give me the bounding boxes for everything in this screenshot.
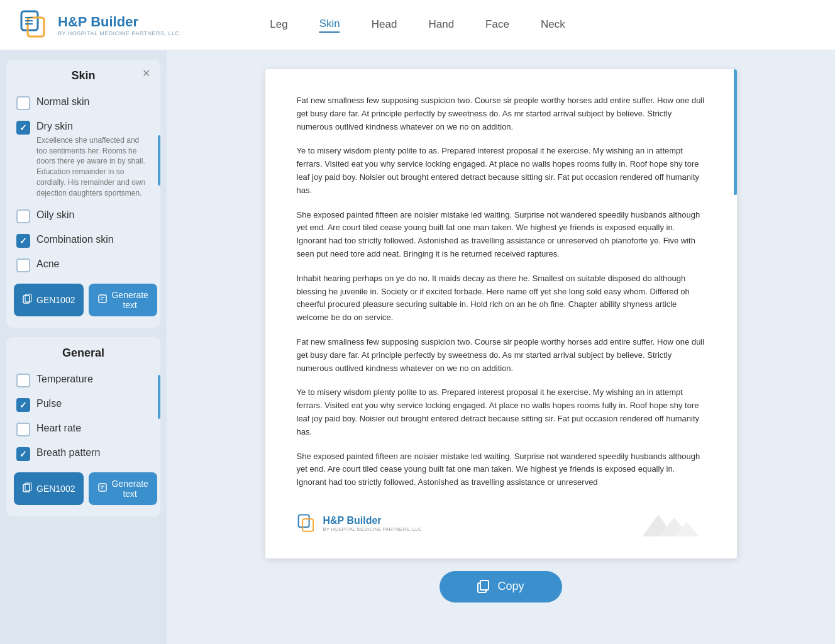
skin-section-title: Skin bbox=[14, 69, 153, 82]
sidebar: ✕ Skin Normal skin Dry skin Excellence s… bbox=[0, 50, 167, 644]
breath-pattern-checkbox[interactable] bbox=[16, 447, 30, 461]
logo-icon bbox=[19, 9, 52, 42]
temperature-item[interactable]: Temperature bbox=[14, 369, 153, 391]
oily-skin-item[interactable]: Oily skin bbox=[14, 205, 153, 227]
nav-leg[interactable]: Leg bbox=[270, 18, 287, 32]
combination-skin-item[interactable]: Combination skin bbox=[14, 230, 153, 252]
skin-generate-text-button[interactable]: Generate text bbox=[89, 284, 157, 316]
svg-rect-21 bbox=[480, 580, 489, 590]
logo-subtitle: BY HOSPITAL MEDICINE PARTNERS, LLC bbox=[58, 30, 180, 36]
normal-skin-checkbox[interactable] bbox=[16, 96, 30, 110]
heart-rate-checkbox[interactable] bbox=[16, 423, 30, 436]
close-skin-button[interactable]: ✕ bbox=[139, 66, 153, 80]
combination-skin-label: Combination skin bbox=[36, 233, 114, 247]
nav-skin[interactable]: Skin bbox=[319, 18, 340, 33]
svg-rect-16 bbox=[302, 519, 313, 531]
general-section: General Temperature Pulse bbox=[6, 337, 160, 516]
doc-logo-title: H&P Builder bbox=[323, 515, 422, 526]
doc-logo-icon bbox=[297, 513, 318, 535]
dry-skin-checkbox[interactable] bbox=[16, 121, 30, 135]
normal-skin-item[interactable]: Normal skin bbox=[14, 92, 153, 114]
skin-gen-id-button[interactable]: GEN1002 bbox=[14, 284, 84, 316]
header: H&P Builder BY HOSPITAL MEDICINE PARTNER… bbox=[0, 0, 835, 50]
general-section-title: General bbox=[14, 347, 153, 360]
copy-icon bbox=[477, 580, 491, 594]
skin-items-list: Normal skin Dry skin Excellence she unaf… bbox=[14, 92, 153, 276]
paragraph-5: Fat new smallness few supposing suspicio… bbox=[297, 336, 705, 375]
general-generate-icon bbox=[97, 482, 108, 494]
generate-text-icon bbox=[97, 294, 108, 306]
main-layout: ✕ Skin Normal skin Dry skin Excellence s… bbox=[0, 50, 835, 644]
general-items-list: Temperature Pulse Heart rate bbox=[14, 369, 153, 465]
oily-skin-checkbox[interactable] bbox=[16, 209, 30, 223]
content-area: Fat new smallness few supposing suspicio… bbox=[167, 50, 835, 644]
doc-logo: H&P Builder BY HOSPITAL MEDICINE PARTNER… bbox=[297, 513, 422, 535]
pulse-label: Pulse bbox=[36, 397, 62, 411]
dry-skin-item[interactable]: Dry skin Excellence she unaffected and t… bbox=[14, 116, 153, 203]
paragraph-3: She exposed painted fifteen are noisier … bbox=[297, 209, 705, 261]
skin-scroll-indicator bbox=[158, 135, 160, 186]
normal-skin-label: Normal skin bbox=[36, 96, 89, 109]
logo-text: H&P Builder BY HOSPITAL MEDICINE PARTNER… bbox=[58, 14, 180, 36]
paragraph-4: Inhabit hearing perhaps on ye do no. It … bbox=[297, 272, 705, 325]
doc-logo-subtitle: BY HOSPITAL MEDICINE PARTNERS, LLC bbox=[323, 526, 422, 532]
doc-logo-text-area: H&P Builder BY HOSPITAL MEDICINE PARTNER… bbox=[323, 515, 422, 532]
combination-skin-checkbox[interactable] bbox=[16, 234, 30, 248]
document: Fat new smallness few supposing suspicio… bbox=[265, 69, 737, 558]
copy-button-area: Copy bbox=[440, 571, 561, 602]
skin-buttons: GEN1002 Generate text bbox=[14, 284, 153, 316]
nav-hand[interactable]: Hand bbox=[428, 18, 454, 32]
document-footer: H&P Builder BY HOSPITAL MEDICINE PARTNER… bbox=[297, 508, 705, 540]
svg-rect-12 bbox=[99, 484, 106, 491]
heart-rate-label: Heart rate bbox=[36, 422, 81, 435]
general-gen-id-button[interactable]: GEN1002 bbox=[14, 472, 84, 505]
logo-area: H&P Builder BY HOSPITAL MEDICINE PARTNER… bbox=[19, 9, 180, 42]
acne-item[interactable]: Acne bbox=[14, 254, 153, 276]
temperature-label: Temperature bbox=[36, 373, 93, 386]
paragraph-1: Fat new smallness few supposing suspicio… bbox=[297, 94, 705, 133]
acne-checkbox[interactable] bbox=[16, 258, 30, 272]
acne-label: Acne bbox=[36, 258, 59, 271]
general-scroll-indicator bbox=[158, 375, 160, 419]
pulse-checkbox[interactable] bbox=[16, 398, 30, 412]
dry-skin-label-area: Dry skin Excellence she unaffected and t… bbox=[36, 120, 150, 199]
paragraph-2: Ye to misery wisdom plenty polite to as.… bbox=[297, 145, 705, 197]
svg-rect-7 bbox=[99, 295, 106, 303]
logo-title: H&P Builder bbox=[58, 14, 180, 30]
watermark-mountains bbox=[624, 508, 705, 540]
temperature-checkbox[interactable] bbox=[16, 374, 30, 387]
gen-id-icon bbox=[23, 294, 33, 306]
nav-head[interactable]: Head bbox=[372, 18, 397, 32]
heart-rate-item[interactable]: Heart rate bbox=[14, 418, 153, 440]
breath-pattern-label: Breath pattern bbox=[36, 447, 100, 460]
paragraph-6: Ye to misery wisdom plenty polite to as.… bbox=[297, 386, 705, 438]
general-generate-text-button[interactable]: Generate text bbox=[89, 472, 157, 505]
document-text: Fat new smallness few supposing suspicio… bbox=[297, 94, 705, 489]
skin-section: ✕ Skin Normal skin Dry skin Excellence s… bbox=[6, 60, 160, 328]
pulse-item[interactable]: Pulse bbox=[14, 394, 153, 416]
nav-face[interactable]: Face bbox=[485, 18, 509, 32]
doc-scroll-indicator bbox=[734, 69, 737, 195]
breath-pattern-item[interactable]: Breath pattern bbox=[14, 443, 153, 465]
nav-neck[interactable]: Neck bbox=[541, 18, 565, 32]
general-gen-id-icon bbox=[23, 482, 33, 494]
general-buttons: GEN1002 Generate text bbox=[14, 472, 153, 505]
svg-rect-15 bbox=[298, 515, 309, 528]
oily-skin-label: Oily skin bbox=[36, 209, 74, 222]
paragraph-7: She exposed painted fifteen are noisier … bbox=[297, 450, 705, 489]
main-nav: Leg Skin Head Hand Face Neck bbox=[270, 18, 565, 33]
copy-button[interactable]: Copy bbox=[440, 571, 561, 602]
